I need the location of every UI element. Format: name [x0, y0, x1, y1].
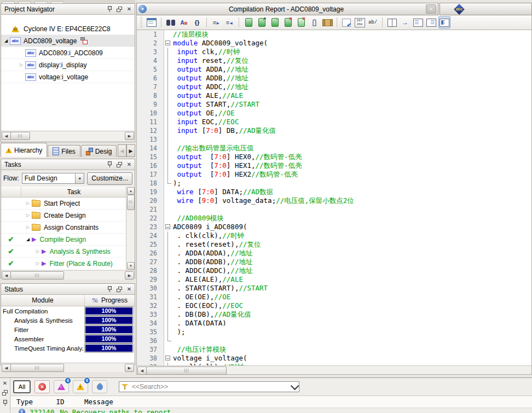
code-line[interactable]: 26 . ADDA(ADDA),//地址 [137, 249, 531, 258]
filter-warnings-button[interactable]: 6 [73, 380, 88, 393]
tree-row[interactable]: ▷abcdisplay:i_display [1, 59, 135, 71]
scroll-left-icon[interactable]: ◀ [2, 271, 11, 280]
goto-line-button[interactable]: → [399, 16, 411, 28]
tree-row[interactable]: abcvoltage:i_voltage [1, 71, 135, 83]
task-row[interactable]: ▷Start Project [1, 197, 126, 210]
task-row[interactable]: ▷Assign Constraints [1, 222, 126, 234]
verilog-code-editor[interactable]: 1//顶层模块2module ADC0809_voltage(3 input c… [136, 30, 532, 365]
close-icon[interactable]: ✕ [126, 6, 132, 13]
search-input[interactable] [131, 382, 288, 391]
scrollbar-thumb[interactable] [127, 195, 135, 210]
scroll-left-icon[interactable]: ◀ [2, 132, 11, 140]
message-row[interactable]: i332140No Recovery paths to report [11, 408, 532, 413]
filter-all-button[interactable]: All [13, 380, 31, 393]
code-line[interactable]: 3 input clk,//时钟 [137, 48, 531, 56]
scroll-right-icon[interactable]: ▶ [125, 132, 134, 140]
tree-row[interactable]: abcADC0809:i_ADC0809 [1, 47, 135, 59]
delete-bookmark-button[interactable]: ✕ [282, 16, 294, 28]
chevron-down-icon[interactable]: ▼ [75, 173, 84, 183]
float-icon[interactable] [2, 389, 8, 396]
delete-all-bookmarks-button[interactable]: ✕ [295, 16, 307, 28]
code-line[interactable]: 14 //输出数码管显示电压值 [137, 144, 531, 153]
task-row[interactable]: ✔◢▶Compile Design [1, 234, 126, 246]
open-analysis-button[interactable] [146, 16, 158, 28]
code-line[interactable]: 7 output ADDC,//地址 [137, 83, 531, 91]
task-row[interactable]: ▷Create Design [1, 210, 126, 222]
code-line[interactable]: 27 . ADDB(ADDB),//地址 [137, 258, 531, 266]
code-line[interactable]: 10 output OE,//OE [137, 109, 531, 118]
replace-button[interactable]: AB [178, 16, 190, 28]
pin-icon[interactable] [106, 6, 113, 13]
code-line[interactable]: 21 [137, 205, 531, 214]
code-line[interactable]: 2module ADC0809_voltage( [137, 39, 531, 48]
combined-view-button[interactable] [438, 16, 450, 28]
code-line[interactable]: 38voltage i_voltage( [137, 354, 531, 363]
code-line[interactable]: 12 input [7:0] DB,//AD量化值 [137, 126, 531, 135]
scrollbar-thumb[interactable] [10, 132, 30, 140]
pin-icon[interactable] [2, 399, 8, 406]
float-icon[interactable] [116, 161, 123, 168]
code-line[interactable]: 9 output START,//START [137, 100, 531, 109]
attach-file-button[interactable] [308, 16, 320, 28]
code-line[interactable]: 18); [137, 179, 531, 188]
close-icon[interactable]: ✕ [426, 4, 436, 14]
word-wrap-button[interactable]: ab/ [367, 16, 379, 28]
close-icon[interactable]: ✕ [2, 380, 8, 386]
message-search-box[interactable] [119, 381, 299, 392]
spell-check-button[interactable] [340, 16, 352, 28]
code-line[interactable]: 35 ); [137, 328, 531, 336]
indent-button[interactable]: ≡► [210, 16, 222, 28]
line-numbers-button[interactable]: 267268 [354, 16, 366, 28]
fold-margin[interactable] [164, 223, 173, 231]
code-line[interactable]: 5 output ADDA,//地址 [137, 65, 531, 74]
split-window-button[interactable] [386, 16, 398, 28]
tasks-vscrollbar[interactable]: ▲ ▼ [126, 187, 135, 270]
fold-margin[interactable] [164, 354, 173, 363]
code-line[interactable]: 29 . ALE(ALE),//ALE [137, 275, 531, 284]
expander-icon[interactable]: ▷ [34, 261, 42, 266]
code-line[interactable]: 4 input reset,//复位 [137, 56, 531, 65]
code-line[interactable]: 13 [137, 135, 531, 144]
task-row[interactable]: ✔▷▶Fitter (Place & Route) [1, 258, 126, 270]
code-line[interactable]: 36 [137, 336, 531, 345]
scrollbar-thumb[interactable] [146, 367, 227, 375]
code-line[interactable]: 25 . reset(reset),//复位 [137, 240, 531, 249]
code-line[interactable]: 20 wire [9:0] voltage_data;//电压值,保留小数点2位 [137, 196, 531, 205]
scroll-left-icon[interactable]: ◀ [137, 367, 147, 375]
editor-view-button[interactable] [425, 16, 437, 28]
filter-critical-warnings-button[interactable]: 6 [54, 380, 69, 393]
expander-icon[interactable]: ▷ [24, 225, 32, 230]
chevron-down-icon[interactable] [291, 381, 299, 390]
editor-window-titlebar[interactable] [440, 3, 532, 15]
report-view-button[interactable] [412, 16, 424, 28]
code-line[interactable]: 6 output ADDB,//地址 [137, 74, 531, 83]
code-line[interactable]: 37 //电压计算模块 [137, 345, 531, 354]
task-row[interactable]: ✔▷▶Analysis & Synthesis [1, 246, 126, 258]
scrollbar-thumb[interactable] [10, 364, 64, 372]
expander-icon[interactable]: ▷ [24, 213, 32, 218]
code-line[interactable]: 17 output [7:0] HEX2//数码管-低亮 [137, 170, 531, 179]
expander-icon[interactable]: ▷ [34, 249, 42, 254]
expander-icon[interactable]: ▷ [18, 62, 25, 67]
close-icon[interactable]: ✕ [126, 161, 132, 168]
code-line[interactable]: 8 output ALE,//ALE [137, 91, 531, 100]
pin-icon[interactable] [106, 286, 113, 293]
status-hscrollbar[interactable]: ◀ ▶ [1, 363, 135, 372]
float-icon[interactable] [116, 286, 123, 293]
code-line[interactable]: 15 output [7:0] HEX0,//数码管-低亮 [137, 153, 531, 161]
scroll-right-icon[interactable]: ▶ [125, 271, 134, 280]
code-line[interactable]: 33 . DB(DB),//AD量化值 [137, 310, 531, 319]
code-line[interactable]: 31 . OE(OE),//OE [137, 293, 531, 301]
code-line[interactable]: 30 . START(START),//START [137, 284, 531, 293]
editor-hscrollbar[interactable]: ◀ [136, 365, 532, 375]
filter-flags-button[interactable] [92, 380, 107, 393]
float-icon[interactable] [116, 6, 123, 13]
pin-icon[interactable] [106, 161, 113, 168]
scroll-right-icon[interactable]: ▶ [126, 144, 135, 157]
bookmark-previous-button[interactable]: ← [269, 16, 281, 28]
project-navigator-hscrollbar[interactable]: ◀ ▶ [1, 131, 135, 140]
flow-select[interactable]: Full Design ▼ [22, 173, 85, 184]
unindent-button[interactable]: ≡◄ [223, 16, 235, 28]
code-line[interactable]: 24 . clk(clk),//时钟 [137, 231, 531, 240]
customize-button[interactable]: Customize... [87, 172, 132, 185]
